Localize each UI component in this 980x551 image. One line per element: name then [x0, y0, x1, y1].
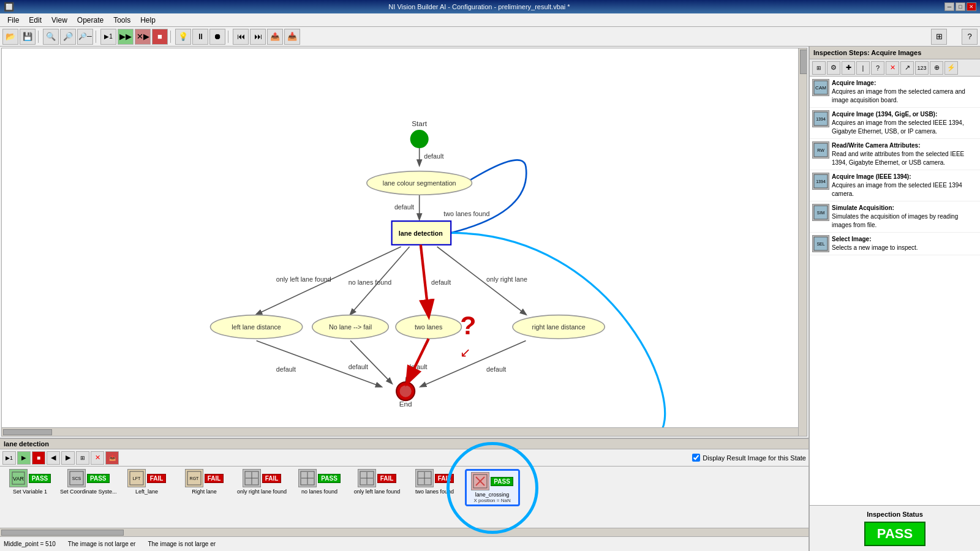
step-icon-3: RGT [185, 469, 203, 487]
diagram-container[interactable]: default default two lanes found only lef… [1, 48, 807, 437]
menu-tools[interactable]: Tools [108, 15, 135, 26]
step-badge-4: FAIL [262, 474, 282, 483]
rp-btn-4[interactable]: | [856, 61, 870, 75]
right-panel-title: Inspection Steps: Acquire Images [810, 47, 980, 59]
steps-list: CAM Acquire Image: Acquires an image fro… [810, 77, 980, 505]
rp-step-item-3[interactable]: 1394 Acquire Image (IEEE 1394): Acquires… [810, 170, 980, 201]
help-icon[interactable]: ? [962, 29, 978, 45]
diagram-vscroll[interactable] [798, 48, 807, 436]
prev-btn[interactable]: ◀ [47, 451, 60, 465]
rp-btn-7[interactable]: ↗ [900, 61, 914, 75]
step-item-7[interactable]: FAIL two lanes found [407, 469, 462, 495]
status-msg-2: The image is not large er [148, 541, 216, 547]
stop-button[interactable]: ■ [152, 29, 168, 45]
prev-img-button[interactable]: ⏮ [233, 29, 249, 45]
light-button[interactable]: 💡 [175, 29, 191, 45]
step-icon-7 [415, 469, 434, 487]
zoom-out-button[interactable]: 🔎─ [77, 29, 93, 45]
step-msg-8: X position = NaN [473, 498, 510, 503]
step-item-0[interactable]: VAR PASS Set Variable 1 [2, 469, 58, 495]
rp-step-icon-5: SEL [812, 235, 829, 252]
step-badge-6: FAIL [377, 474, 397, 483]
rp-step-item-1[interactable]: 1394 Acquire Image (1394, GigE, or USB):… [810, 108, 980, 139]
step-icon-8 [471, 472, 489, 490]
export-button[interactable]: 📤 [267, 29, 283, 45]
display-checkbox[interactable] [692, 454, 700, 462]
maximize-button[interactable]: □ [956, 2, 965, 11]
svg-text:right lane distance: right lane distance [532, 323, 586, 331]
rp-step-text-2: Read/Write Camera Attributes: Read and w… [832, 141, 978, 167]
step-item-2[interactable]: LFT FAIL Left_lane [119, 469, 175, 495]
rp-btn-9[interactable]: ⊕ [930, 61, 943, 75]
run-button[interactable]: ▶▶ [118, 29, 134, 45]
step-badge-3: FAIL [205, 474, 224, 483]
step-icon-2: LFT [127, 469, 146, 487]
step-item-5[interactable]: PASS no lanes found [292, 469, 347, 495]
rp-btn-1[interactable]: ⊞ [812, 61, 826, 75]
step-item-3[interactable]: RGT FAIL Right lane [177, 469, 232, 495]
step-button[interactable]: ▶1 [100, 29, 116, 45]
rp-btn-6[interactable]: ✕ [886, 61, 899, 75]
export2-btn[interactable]: 📤 [105, 451, 119, 465]
diagram-hscroll[interactable] [2, 427, 798, 436]
start-node[interactable] [410, 130, 429, 148]
record-button[interactable]: ⏺ [209, 29, 225, 45]
run-green-btn[interactable]: ▶ [17, 451, 31, 465]
canvas-area: default default two lanes found only lef… [0, 47, 809, 551]
rp-btn-2[interactable]: ⚙ [827, 61, 840, 75]
diagram-svg: default default two lanes found only lef… [2, 48, 807, 436]
rp-step-item-0[interactable]: CAM Acquire Image: Acquires an image fro… [810, 77, 980, 108]
pause-button[interactable]: ⏸ [192, 29, 208, 45]
import-button[interactable]: 📥 [284, 29, 300, 45]
close-button[interactable]: ✕ [967, 2, 976, 11]
svg-text:lane detection: lane detection [399, 230, 443, 237]
menu-edit[interactable]: Edit [24, 15, 47, 26]
save-button[interactable]: 💾 [20, 29, 36, 45]
rp-btn-8[interactable]: 123 [915, 61, 929, 75]
step-label-4: only right lane found [237, 489, 287, 495]
menu-operate[interactable]: Operate [72, 15, 108, 26]
layout2-btn[interactable]: ⊞ [76, 451, 89, 465]
layout-button[interactable]: ⊞ [931, 29, 947, 45]
stop-red-btn[interactable]: ■ [32, 451, 45, 465]
cancel-btn[interactable]: ✕ [91, 451, 104, 465]
minimize-button[interactable]: ─ [944, 2, 954, 11]
rp-btn-3[interactable]: ✚ [842, 61, 855, 75]
next-btn[interactable]: ▶ [61, 451, 75, 465]
step-badge-2: FAIL [147, 474, 167, 483]
step-item-8[interactable]: PASS lane_crossing X position = NaN [465, 469, 520, 506]
toolbar-sep-2 [96, 31, 98, 43]
rp-step-item-4[interactable]: SIM Simulate Acquisition: Simulates the … [810, 201, 980, 233]
window-controls[interactable]: ─ □ ✕ [944, 2, 976, 11]
stop-run-button[interactable]: ✕▶ [135, 29, 151, 45]
zoom-in-button[interactable]: 🔎 [60, 29, 76, 45]
svg-text:no lanes found: no lanes found [349, 279, 391, 286]
menu-view[interactable]: View [47, 15, 72, 26]
bottom-panel-title: lane detection [0, 439, 809, 449]
step-item-6[interactable]: FAIL only left lane found [350, 469, 405, 495]
rp-step-item-2[interactable]: RW Read/Write Camera Attributes: Read an… [810, 139, 980, 170]
display-checkbox-area[interactable]: Display Result Image for this State [692, 454, 806, 462]
pass-indicator: PASS [864, 522, 925, 546]
step-label-1: Set Coordinate Syste... [60, 489, 117, 495]
menu-help[interactable]: Help [135, 15, 160, 26]
search-button[interactable]: 🔍 [43, 29, 59, 45]
rp-btn-10[interactable]: ⚡ [944, 61, 958, 75]
svg-text:1394: 1394 [816, 179, 826, 184]
svg-text:No lane --> fail: No lane --> fail [329, 323, 372, 331]
next-img-button[interactable]: ⏭ [250, 29, 266, 45]
svg-text:two lanes found: two lanes found [443, 210, 489, 217]
open-button[interactable]: 📂 [2, 29, 18, 45]
bottom-hscroll[interactable] [0, 528, 809, 536]
display-checkbox-label: Display Result Image for this State [703, 454, 806, 462]
menu-file[interactable]: File [2, 15, 24, 26]
svg-text:↙: ↙ [460, 345, 471, 360]
step-label-0: Set Variable 1 [13, 489, 47, 495]
step-1-btn[interactable]: ▶1 [2, 451, 16, 465]
step-item-1[interactable]: SCS PASS Set Coordinate Syste... [60, 469, 117, 495]
scrollbar-thumb[interactable] [1, 530, 124, 536]
step-item-4[interactable]: FAIL only right lane found [235, 469, 290, 495]
rp-btn-5[interactable]: ? [871, 61, 884, 75]
rp-step-item-5[interactable]: SEL Select Image: Selects a new image to… [810, 233, 980, 255]
steps-row: VAR PASS Set Variable 1 SCS PASS Set Coo… [0, 467, 809, 528]
